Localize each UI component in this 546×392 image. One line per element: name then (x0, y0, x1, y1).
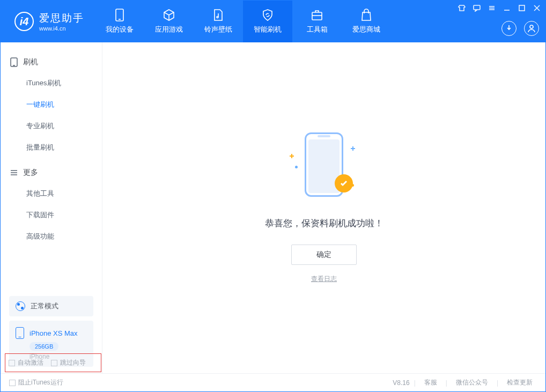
nav-label: 爱思商城 (352, 25, 380, 34)
sidebar-mode-card[interactable]: 正常模式 (9, 296, 93, 316)
device-capacity: 256GB (29, 342, 58, 351)
device-name: iPhone XS Max (29, 329, 78, 337)
sidebar-item-download-firmware[interactable]: 下载固件 (1, 204, 102, 226)
nav-label: 铃声壁纸 (204, 25, 232, 34)
sidebar-item-batch-flash[interactable]: 批量刷机 (1, 137, 102, 158)
phone-icon (113, 9, 126, 21)
main-nav: 我的设备 应用游戏 铃声壁纸 智能刷机 工具箱 爱思商城 (95, 1, 391, 42)
success-message: 恭喜您，保资料刷机成功啦！ (265, 217, 383, 230)
nav-label: 工具箱 (307, 25, 328, 34)
sidebar-section-more: 更多 (1, 162, 102, 183)
nav-label: 应用游戏 (155, 25, 183, 34)
menu-icon[interactable] (488, 4, 496, 12)
sidebar-item-itunes-flash[interactable]: iTunes刷机 (1, 72, 102, 94)
sidebar-section-title: 刷机 (23, 57, 38, 67)
briefcase-icon (311, 9, 323, 21)
app-logo: i4 爱思助手 www.i4.cn (1, 11, 95, 32)
feedback-icon[interactable] (473, 4, 481, 12)
sidebar-item-advanced[interactable]: 高级功能 (1, 226, 102, 247)
window-controls (458, 4, 541, 12)
checkbox-label: 自动激活 (18, 358, 43, 367)
checkbox-label: 跳过向导 (60, 358, 86, 367)
header-actions (501, 21, 539, 36)
title-bar: i4 爱思助手 www.i4.cn 我的设备 应用游戏 铃声壁纸 智能刷机 (1, 1, 545, 42)
logo-icon: i4 (14, 12, 34, 31)
app-title: 爱思助手 (39, 11, 84, 25)
nav-label: 我的设备 (106, 25, 134, 34)
sidebar-section-flash: 刷机 (1, 52, 102, 72)
user-icon[interactable] (524, 21, 539, 36)
nav-label: 智能刷机 (254, 25, 282, 34)
music-file-icon (212, 9, 225, 21)
ok-button[interactable]: 确定 (291, 245, 357, 265)
footer-link-update[interactable]: 检查更新 (503, 378, 537, 387)
checkbox-icon (9, 360, 15, 366)
sidebar-item-pro-flash[interactable]: 专业刷机 (1, 115, 102, 137)
close-icon[interactable] (533, 4, 541, 12)
checkbox-auto-activate[interactable]: 自动激活 (9, 358, 43, 367)
nav-smart-flash[interactable]: 智能刷机 (243, 1, 292, 42)
mode-label: 正常模式 (31, 301, 58, 311)
version-label: V8.16 (393, 379, 409, 387)
footer-link-support[interactable]: 客服 (420, 378, 441, 387)
sidebar-section-title: 更多 (23, 168, 38, 177)
sidebar-item-oneclick-flash[interactable]: 一键刷机 (1, 94, 102, 115)
minimize-icon[interactable] (503, 4, 511, 12)
bag-icon (360, 9, 373, 21)
svg-rect-5 (474, 5, 480, 10)
success-illustration (292, 132, 356, 202)
nav-my-device[interactable]: 我的设备 (95, 1, 144, 42)
svg-rect-3 (312, 12, 322, 20)
mode-icon (16, 301, 25, 311)
sidebar: 刷机 iTunes刷机 一键刷机 专业刷机 批量刷机 更多 其他工具 下载固件 … (1, 42, 102, 373)
download-icon[interactable] (501, 21, 517, 36)
svg-point-14 (530, 25, 533, 28)
main-content: 恭喜您，保资料刷机成功啦！ 确定 查看日志 (102, 42, 545, 373)
status-bar: 阻止iTunes运行 V8.16 | 客服 | 微信公众号 | 检查更新 (1, 373, 545, 391)
maximize-icon[interactable] (518, 4, 526, 12)
svg-point-2 (217, 17, 218, 18)
footer-link-wechat[interactable]: 微信公众号 (452, 378, 492, 387)
nav-ringtones[interactable]: 铃声壁纸 (194, 1, 243, 42)
svg-rect-10 (519, 5, 525, 11)
skin-icon[interactable] (458, 4, 466, 12)
checkbox-skip-guide[interactable]: 跳过向导 (51, 358, 86, 367)
nav-toolbox[interactable]: 工具箱 (292, 1, 342, 42)
app-url: www.i4.cn (39, 25, 84, 32)
view-log-link[interactable]: 查看日志 (311, 275, 337, 284)
cube-icon (163, 9, 175, 21)
device-icon (16, 327, 24, 339)
options-highlight: 自动激活 跳过向导 (5, 353, 101, 372)
checkbox-icon (51, 360, 57, 366)
checkbox-icon (9, 380, 16, 386)
nav-apps-games[interactable]: 应用游戏 (144, 1, 194, 42)
checkbox-block-itunes[interactable]: 阻止iTunes运行 (9, 378, 63, 387)
checkbox-label: 阻止iTunes运行 (18, 378, 63, 387)
check-badge-icon (335, 174, 353, 193)
nav-store[interactable]: 爱思商城 (342, 1, 391, 42)
sidebar-item-other-tools[interactable]: 其他工具 (1, 183, 102, 204)
shield-sync-icon (261, 9, 274, 21)
